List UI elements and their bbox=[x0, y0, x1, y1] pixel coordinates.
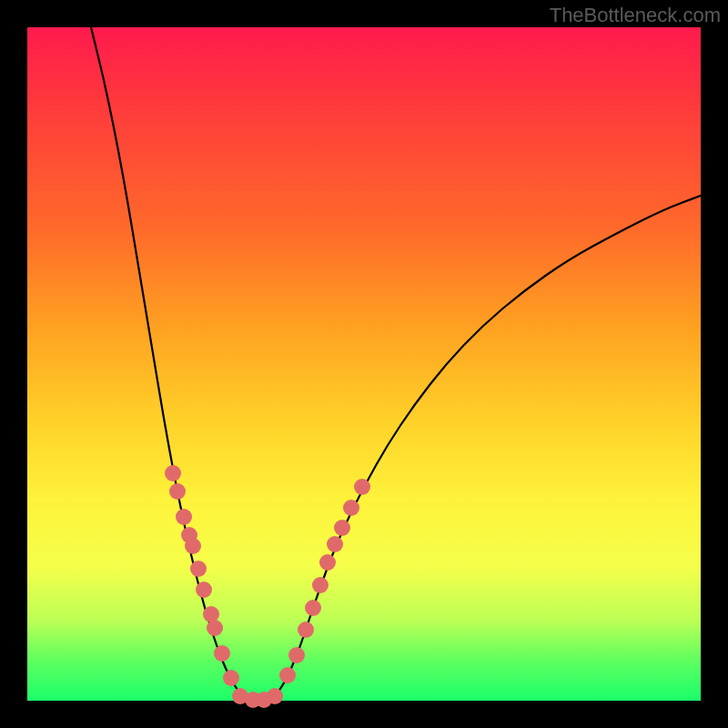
curve-dot bbox=[176, 509, 192, 525]
curve-dot bbox=[305, 600, 321, 616]
curve-dot bbox=[165, 465, 181, 481]
curve-dot bbox=[196, 581, 212, 598]
curve-svg bbox=[27, 27, 701, 701]
curve-dot bbox=[312, 577, 329, 593]
curve-dot bbox=[298, 622, 314, 638]
curve-dot bbox=[223, 670, 239, 686]
curve-dot bbox=[207, 620, 223, 636]
watermark-text: TheBottleneck.com bbox=[550, 4, 721, 27]
curve-dot bbox=[343, 500, 359, 516]
curve-dots bbox=[165, 465, 370, 708]
curve-dot bbox=[354, 479, 370, 495]
curve-dot bbox=[319, 554, 336, 571]
curve-dot bbox=[214, 645, 230, 662]
curve-dot bbox=[334, 520, 350, 536]
v-curve bbox=[91, 27, 701, 700]
chart-stage: TheBottleneck.com bbox=[0, 0, 728, 728]
curve-segment bbox=[273, 196, 701, 699]
plot-area bbox=[27, 27, 701, 701]
curve-dot bbox=[288, 647, 305, 663]
curve-dot bbox=[190, 561, 207, 577]
curve-dot bbox=[169, 483, 186, 500]
curve-dot bbox=[185, 538, 201, 554]
curve-dot bbox=[279, 667, 296, 683]
curve-segment bbox=[91, 27, 246, 699]
curve-dot bbox=[267, 688, 283, 704]
curve-dot bbox=[327, 536, 343, 552]
